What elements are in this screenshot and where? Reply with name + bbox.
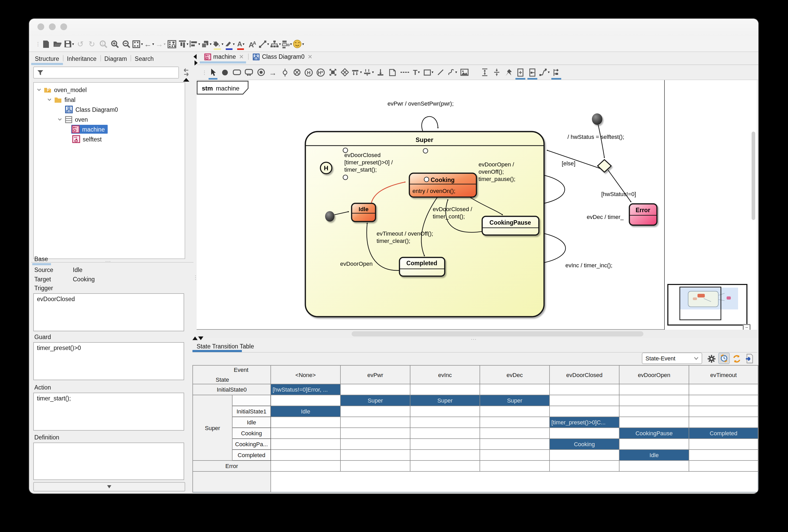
terminate-icon[interactable]: [327, 65, 338, 79]
tab-diagram[interactable]: Diagram: [101, 54, 131, 63]
bottom-splitter-handle[interactable]: ⋯: [471, 336, 477, 343]
initial-state-0[interactable]: [592, 113, 602, 125]
row-group-super[interactable]: Super: [193, 395, 232, 460]
join-vertical-icon[interactable]: ▾: [363, 65, 374, 79]
row-label-initialstate1[interactable]: InitialState1: [232, 406, 271, 417]
row-label-cooking[interactable]: Cooking: [232, 428, 271, 439]
transition-label-evdooropen[interactable]: evDoorOpen /: [478, 161, 514, 168]
align-icon[interactable]: ▾: [189, 37, 200, 51]
transition-label-else[interactable]: [else]: [562, 160, 575, 167]
tree-item-machine[interactable]: machine: [34, 124, 185, 134]
tree-item-oven-model[interactable]: P oven_model: [34, 85, 185, 95]
transition-icon[interactable]: →: [267, 65, 278, 79]
hierarchy-icon[interactable]: ▾: [270, 37, 281, 51]
cell-transition[interactable]: Cooking: [550, 439, 619, 450]
close-tab-icon[interactable]: ✕: [308, 53, 312, 60]
transition-label-evdec[interactable]: evDec / timer_: [587, 214, 624, 220]
filter-box[interactable]: [33, 66, 179, 79]
refresh-table-icon[interactable]: [732, 354, 742, 363]
new-file-icon[interactable]: [41, 37, 52, 51]
forward-icon[interactable]: →▾: [155, 37, 166, 51]
svg-text:timer_start();[interactable]: timer_start();: [344, 166, 377, 173]
selection-handle[interactable]: [424, 177, 429, 182]
filter-input[interactable]: [46, 67, 178, 78]
dashes-icon[interactable]: [399, 65, 410, 79]
definition-field[interactable]: [33, 442, 184, 480]
cell-transition[interactable]: Super: [410, 395, 480, 406]
transition-initial0-to-choice[interactable]: [598, 125, 605, 158]
tab-class-diagram0[interactable]: Class Diagram0 ✕: [250, 52, 315, 61]
svg-text:timer_cont();[interactable]: timer_cont();: [433, 213, 465, 220]
cell-transition[interactable]: [hwStatus!=0]Error, ...: [271, 384, 340, 395]
svg-text:ovenOff();[interactable]: ovenOff();: [478, 169, 504, 175]
fill-color-icon[interactable]: ▾: [212, 37, 223, 51]
cell-transition[interactable]: [timer_preset()>0]C...: [550, 417, 619, 428]
svg-text:timer_pause();[interactable]: timer_pause();: [478, 176, 515, 182]
tab-state-transition-table[interactable]: State Transition Table: [197, 343, 254, 350]
height-compress-icon[interactable]: [491, 65, 502, 79]
connector-line-icon[interactable]: ▾: [539, 65, 550, 79]
note-icon[interactable]: [387, 65, 398, 79]
transition-label-evdoorclosed[interactable]: evDoorClosed: [344, 152, 380, 158]
zoom-original-icon[interactable]: 1: [98, 37, 109, 51]
column-header-evdooropen[interactable]: evDoorOpen: [619, 365, 689, 384]
tab-structure[interactable]: Structure: [31, 54, 63, 63]
tree-item-class-diagram0[interactable]: Class Diagram0: [34, 104, 185, 114]
table-settings-gear-icon[interactable]: [707, 354, 716, 363]
action-field[interactable]: timer_start();: [33, 393, 184, 431]
sync-tree-icon[interactable]: [182, 68, 190, 78]
submachine-state-icon[interactable]: [243, 65, 254, 79]
text-icon[interactable]: T▾: [411, 65, 422, 79]
svg-text:timer_clear();[interactable]: timer_clear();: [377, 238, 410, 244]
properties-tab-base[interactable]: Base: [34, 254, 48, 263]
undo-icon[interactable]: ↺: [75, 37, 86, 51]
cell-transition[interactable]: Super: [480, 395, 550, 406]
fork-vertical-icon[interactable]: ▾: [351, 65, 362, 79]
deep-history-icon[interactable]: H*: [315, 65, 326, 79]
template-icon[interactable]: ▾: [281, 37, 292, 51]
redo-icon[interactable]: ↻: [86, 37, 97, 51]
select-pointer-icon[interactable]: [208, 65, 218, 79]
toolbar-drag-handle[interactable]: ⋮: [35, 41, 40, 47]
row-label-initialstate0[interactable]: InitialState0: [193, 384, 271, 395]
vertical-scrollbar-thumb[interactable]: [752, 132, 755, 220]
tab-search[interactable]: Search: [131, 54, 157, 63]
cell-transition[interactable]: Completed: [689, 428, 758, 439]
row-label-cookingpause[interactable]: CookingPa...: [232, 439, 271, 450]
collapse-table-down-arrow[interactable]: [198, 336, 203, 340]
column-header-none[interactable]: <None>: [271, 365, 340, 384]
rectangle-icon[interactable]: ▾: [423, 65, 434, 79]
font-size-icon[interactable]: AA: [247, 37, 258, 51]
column-header-evdoorclosed[interactable]: evDoorClosed: [550, 365, 619, 384]
transition-label-evtimeout[interactable]: evTimeout / ovenOff();: [377, 230, 433, 237]
text-format-icon[interactable]: ▾: [178, 37, 189, 51]
tree-item-selftest[interactable]: selftest: [34, 134, 185, 144]
initial-state-1[interactable]: [325, 211, 334, 221]
zoom-in-icon[interactable]: [109, 37, 120, 51]
line-color-icon[interactable]: ▾: [224, 37, 235, 51]
transition-evdec-selfloop[interactable]: [544, 175, 565, 203]
height-expand-icon[interactable]: [479, 65, 490, 79]
state-machine-diagram[interactable]: stm machine evPwr / ovenSetPwr(pwr); Sup…: [197, 81, 664, 330]
transition-label-hwstatus[interactable]: [hwStatus!=0]: [601, 191, 636, 197]
auto-update-toggle[interactable]: [718, 353, 730, 364]
transition-label-evdoorclosed2[interactable]: evDoorClosed /: [433, 206, 473, 213]
selection-handle[interactable]: [343, 148, 348, 153]
entry-point-icon[interactable]: [515, 65, 526, 79]
tree-splitter-handle[interactable]: ⋯: [105, 258, 111, 265]
tree-item-final[interactable]: final: [34, 95, 185, 104]
alignment-icon[interactable]: [551, 65, 562, 79]
final-state-icon[interactable]: [255, 65, 266, 79]
export-table-icon[interactable]: [745, 354, 754, 364]
row-label-completed[interactable]: Completed: [232, 450, 271, 460]
zoom-window-button[interactable]: [60, 23, 67, 30]
trigger-field[interactable]: evDoorClosed: [33, 293, 184, 331]
pin-icon[interactable]: [503, 65, 514, 79]
font-color-icon[interactable]: A▾: [235, 37, 246, 51]
chevron-down-icon[interactable]: [47, 98, 52, 101]
open-file-icon[interactable]: [52, 37, 63, 51]
fit-window-icon[interactable]: ▾: [132, 37, 143, 51]
sync-bar-icon[interactable]: [339, 65, 350, 79]
image-icon[interactable]: [459, 65, 470, 79]
anchor-icon[interactable]: [375, 65, 386, 79]
